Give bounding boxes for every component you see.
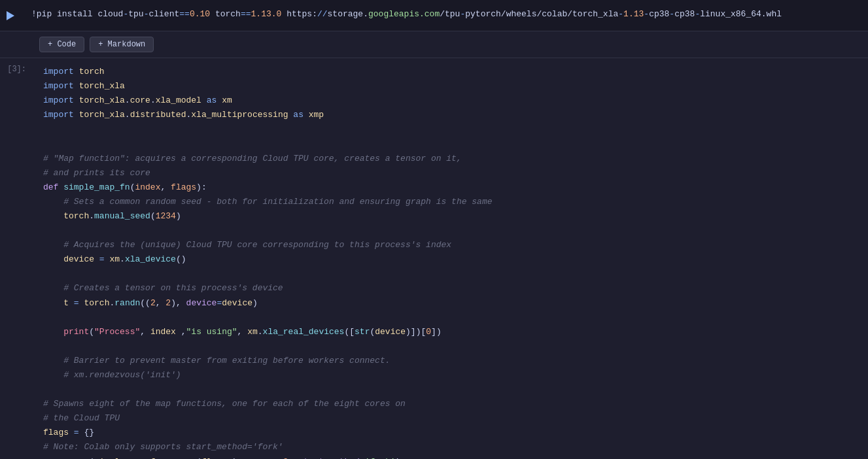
- pip-install-code: !pip install cloud-tpu-client==0.10 torc…: [21, 0, 868, 31]
- add-code-button[interactable]: + Code: [39, 37, 84, 52]
- add-markdown-button[interactable]: + Markdown: [90, 37, 154, 52]
- notebook-container: !pip install cloud-tpu-client==0.10 torc…: [0, 0, 868, 459]
- cell-label: [3]:: [0, 58, 33, 459]
- play-icon: [7, 11, 14, 20]
- run-button-top[interactable]: [0, 0, 21, 31]
- cell-code-body: import torch import torch_xla import tor…: [33, 58, 868, 459]
- pip-install-cell: !pip install cloud-tpu-client==0.10 torc…: [0, 0, 868, 31]
- main-code-cell: [3]: import torch import torch_xla impor…: [0, 58, 868, 459]
- toolbar-row: + Code + Markdown: [0, 31, 868, 58]
